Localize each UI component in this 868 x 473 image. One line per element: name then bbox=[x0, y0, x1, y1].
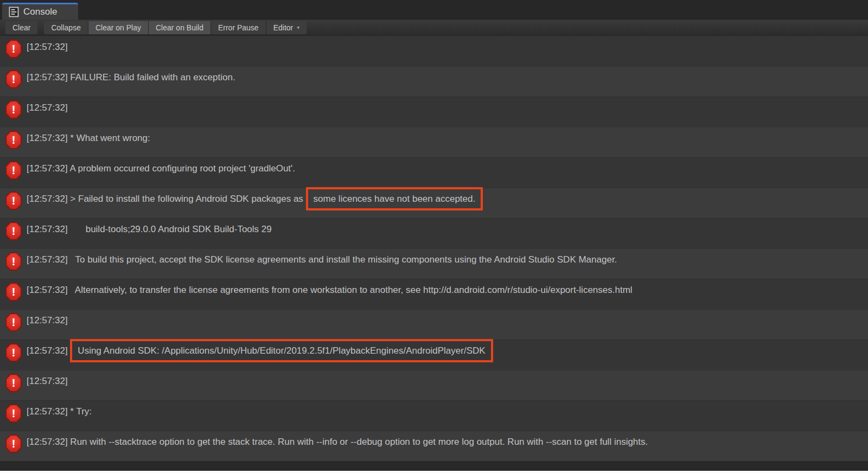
unity-console-window: Console Clear ▾ Collapse ▾ Clear on Play… bbox=[0, 0, 868, 473]
log-message: [12:57:32] Using Android SDK: /Applicati… bbox=[27, 343, 493, 357]
log-timestamp: [12:57:32] bbox=[27, 42, 68, 52]
log-text: > Failed to install the following Androi… bbox=[68, 194, 306, 204]
log-message: [12:57:32] bbox=[27, 100, 68, 114]
log-message: [12:57:32] build-tools;29.0.0 Android SD… bbox=[27, 222, 272, 235]
log-entry[interactable]: ! [12:57:32] build-tools;29.0.0 Android … bbox=[0, 218, 868, 248]
toolbar-button-clear-on-build[interactable]: Clear on Build ▾ bbox=[149, 21, 211, 34]
log-message: [12:57:32] bbox=[27, 313, 68, 327]
error-icon: ! bbox=[5, 131, 22, 149]
error-icon: ! bbox=[5, 100, 22, 119]
toolbar-button-label: Editor bbox=[273, 23, 293, 32]
log-timestamp: [12:57:32] bbox=[27, 254, 68, 265]
error-icon: ! bbox=[5, 404, 22, 423]
log-text: Alternatively, to transfer the license a… bbox=[68, 285, 633, 295]
log-timestamp: [12:57:32] bbox=[27, 406, 68, 417]
log-text: build-tools;29.0.0 Android SDK Build-Too… bbox=[68, 224, 272, 234]
log-timestamp: [12:57:32] bbox=[27, 346, 68, 356]
error-icon: ! bbox=[5, 191, 22, 210]
log-text: * What went wrong: bbox=[68, 133, 150, 143]
log-text: A problem occurred configuring root proj… bbox=[68, 163, 295, 174]
tab-console[interactable]: Console bbox=[2, 3, 78, 20]
log-message: [12:57:32] A problem occurred configurin… bbox=[27, 161, 295, 175]
log-timestamp: [12:57:32] bbox=[27, 194, 68, 204]
error-icon: ! bbox=[5, 374, 22, 392]
chevron-down-icon: ▾ bbox=[297, 25, 299, 30]
error-icon: ! bbox=[5, 434, 22, 453]
error-icon: ! bbox=[5, 343, 22, 362]
log-timestamp: [12:57:32] bbox=[27, 163, 68, 174]
tab-bar: Console bbox=[0, 0, 868, 20]
toolbar-buttons: Clear ▾ Collapse ▾ Clear on Play ▾ Clear… bbox=[5, 21, 307, 34]
console-empty-area bbox=[0, 461, 868, 471]
log-message: [12:57:32] FAILURE: Build failed with an… bbox=[27, 70, 235, 84]
log-entry[interactable]: ! [12:57:32] bbox=[0, 36, 868, 66]
error-icon: ! bbox=[5, 70, 22, 88]
log-text: Run with --stacktrace option to get the … bbox=[68, 437, 648, 447]
error-icon: ! bbox=[5, 40, 22, 58]
console-log-list: ! [12:57:32] ! [12:57:32] FAILURE: Build… bbox=[0, 36, 868, 461]
log-message: [12:57:32] bbox=[27, 374, 68, 387]
error-icon: ! bbox=[5, 313, 22, 331]
log-timestamp: [12:57:32] bbox=[27, 376, 68, 386]
log-message: [12:57:32] Run with --stacktrace option … bbox=[27, 434, 648, 448]
toolbar-button-collapse[interactable]: Collapse ▾ bbox=[44, 21, 88, 34]
toolbar-button-label: Clear on Play bbox=[95, 23, 141, 32]
log-entry[interactable]: ! [12:57:32] Using Android SDK: /Applica… bbox=[0, 340, 868, 370]
error-icon: ! bbox=[5, 161, 22, 180]
log-entry[interactable]: ! [12:57:32] FAILURE: Build failed with … bbox=[0, 66, 868, 97]
log-text: FAILURE: Build failed with an exception. bbox=[68, 72, 235, 82]
log-entry[interactable]: ! [12:57:32] bbox=[0, 309, 868, 340]
log-message: [12:57:32] * Try: bbox=[27, 404, 92, 418]
log-message: [12:57:32] * What went wrong: bbox=[27, 131, 150, 144]
log-entry[interactable]: ! [12:57:32] bbox=[0, 97, 868, 127]
log-timestamp: [12:57:32] bbox=[27, 72, 68, 82]
error-icon: ! bbox=[5, 252, 22, 271]
console-icon bbox=[9, 7, 19, 17]
log-entry[interactable]: ! [12:57:32] * Try: bbox=[0, 400, 868, 431]
toolbar-button-clear[interactable]: Clear ▾ bbox=[5, 21, 37, 34]
log-message: [12:57:32] > Failed to install the follo… bbox=[27, 191, 483, 205]
log-entry[interactable]: ! [12:57:32] * What went wrong: bbox=[0, 127, 868, 157]
screenshot-border bbox=[0, 471, 868, 473]
log-message: [12:57:32] Alternatively, to transfer th… bbox=[27, 283, 633, 296]
annotation-highlight-box: some licences have not been accepted. bbox=[306, 187, 483, 210]
log-timestamp: [12:57:32] bbox=[27, 285, 68, 295]
log-timestamp: [12:57:32] bbox=[27, 437, 68, 447]
log-text: To build this project, accept the SDK li… bbox=[68, 254, 617, 265]
error-icon: ! bbox=[5, 222, 22, 240]
log-entry[interactable]: ! [12:57:32] bbox=[0, 370, 868, 400]
toolbar-button-label: Error Pause bbox=[218, 23, 259, 32]
toolbar-button-clear-on-play[interactable]: Clear on Play ▾ bbox=[88, 21, 149, 34]
log-entry[interactable]: ! [12:57:32] Run with --stacktrace optio… bbox=[0, 431, 868, 461]
toolbar-button-label: Collapse bbox=[51, 23, 80, 32]
tab-console-label: Console bbox=[23, 7, 57, 17]
log-timestamp: [12:57:32] bbox=[27, 315, 68, 325]
log-text: * Try: bbox=[68, 406, 92, 417]
annotation-highlight-box: Using Android SDK: /Applications/Unity/H… bbox=[70, 339, 493, 362]
log-timestamp: [12:57:32] bbox=[27, 133, 68, 143]
toolbar-button-label: Clear on Build bbox=[156, 23, 203, 32]
toolbar-button-editor[interactable]: Editor ▾ bbox=[266, 21, 307, 34]
log-entry[interactable]: ! [12:57:32] A problem occurred configur… bbox=[0, 157, 868, 188]
log-message: [12:57:32] bbox=[27, 40, 68, 53]
toolbar-button-error-pause[interactable]: Error Pause ▾ bbox=[211, 21, 266, 34]
log-timestamp: [12:57:32] bbox=[27, 103, 68, 113]
error-icon: ! bbox=[5, 283, 22, 301]
toolbar-button-label: Clear bbox=[12, 23, 30, 32]
log-entry[interactable]: ! [12:57:32] To build this project, acce… bbox=[0, 248, 868, 279]
log-timestamp: [12:57:32] bbox=[27, 224, 68, 234]
log-entry[interactable]: ! [12:57:32] > Failed to install the fol… bbox=[0, 188, 868, 218]
log-entry[interactable]: ! [12:57:32] Alternatively, to transfer … bbox=[0, 279, 868, 309]
console-toolbar: Clear ▾ Collapse ▾ Clear on Play ▾ Clear… bbox=[0, 20, 868, 36]
log-message: [12:57:32] To build this project, accept… bbox=[27, 252, 617, 266]
